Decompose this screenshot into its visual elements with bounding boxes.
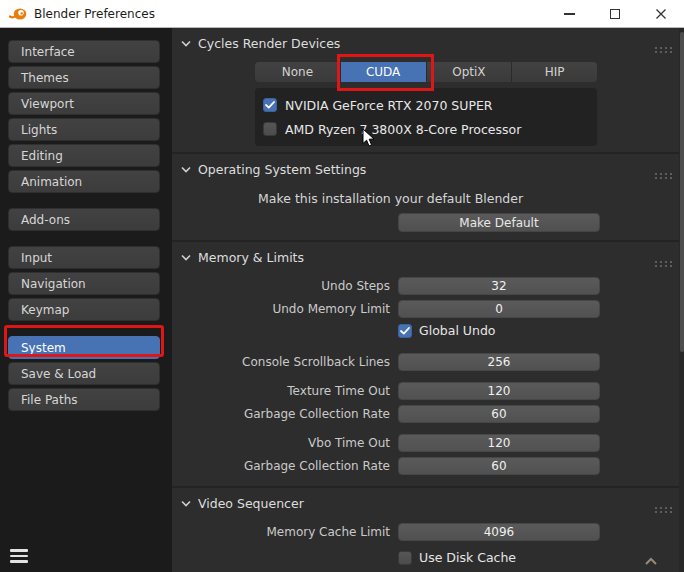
sidebar-item-themes[interactable]: Themes <box>8 66 160 89</box>
chevron-down-icon <box>181 40 191 47</box>
section-header[interactable]: Memory & Limits <box>181 250 304 265</box>
tab-none[interactable]: None <box>255 62 341 82</box>
sidebar-item-keymap[interactable]: Keymap <box>8 298 160 321</box>
tab-hip[interactable]: HIP <box>512 62 597 82</box>
sidebar-item-interface[interactable]: Interface <box>8 40 160 63</box>
tab-cuda[interactable]: CUDA <box>341 62 427 82</box>
sidebar-item-file-paths[interactable]: File Paths <box>8 388 160 411</box>
sidebar-item-animation[interactable]: Animation <box>8 170 160 193</box>
sidebar-item-navigation[interactable]: Navigation <box>8 272 160 295</box>
undo-memory-limit-field[interactable]: 0 <box>398 300 600 318</box>
vbo-timeout-field[interactable]: 120 <box>398 434 600 452</box>
checkbox-checked-icon[interactable] <box>263 98 277 112</box>
device-row-nvidia[interactable]: NVIDIA GeForce RTX 2070 SUPER <box>263 93 589 117</box>
section-cycles-render-devices: Cycles Render Devices None CUDA OptiX HI… <box>172 28 684 154</box>
section-title: Video Sequencer <box>198 496 304 511</box>
minimize-button[interactable] <box>546 0 592 28</box>
garbage-collection-rate-label: Garbage Collection Rate <box>172 407 390 421</box>
section-header[interactable]: Video Sequencer <box>181 496 304 511</box>
sidebar: Interface Themes Viewport Lights Editing… <box>0 28 172 572</box>
button-label: Make Default <box>459 216 538 230</box>
device-label: AMD Ryzen 7 3800X 8-Core Processor <box>285 122 521 137</box>
menu-icon[interactable] <box>10 549 28 563</box>
texture-timeout-field[interactable]: 120 <box>398 382 600 400</box>
undo-memory-limit-label: Undo Memory Limit <box>172 302 390 316</box>
tab-label: CUDA <box>366 65 400 79</box>
sidebar-item-label: Themes <box>21 71 69 85</box>
default-blender-description: Make this installation your default Blen… <box>258 191 523 206</box>
maximize-button[interactable] <box>592 0 638 28</box>
memory-cache-limit-field[interactable]: 4096 <box>398 523 600 541</box>
sidebar-item-save-load[interactable]: Save & Load <box>8 362 160 385</box>
window-title: Blender Preferences <box>34 7 155 21</box>
checkbox-checked-icon[interactable] <box>398 324 412 338</box>
vbo-timeout-label: Vbo Time Out <box>172 436 390 450</box>
grip-icon[interactable] <box>654 253 672 272</box>
close-icon <box>655 8 667 20</box>
garbage-collection-rate-2-field[interactable]: 60 <box>398 457 600 475</box>
console-scrollback-label: Console Scrollback Lines <box>172 355 390 369</box>
grip-icon[interactable] <box>654 39 672 58</box>
garbage-collection-rate-field[interactable]: 60 <box>398 405 600 423</box>
texture-timeout-label: Texture Time Out <box>172 384 390 398</box>
section-title: Operating System Settings <box>198 162 366 177</box>
sidebar-item-input[interactable]: Input <box>8 246 160 269</box>
sidebar-item-label: Animation <box>21 175 82 189</box>
blender-logo-icon <box>9 6 27 22</box>
scrollbar-thumb[interactable] <box>680 32 684 352</box>
global-undo-row[interactable]: Global Undo <box>398 323 496 338</box>
sidebar-item-addons[interactable]: Add-ons <box>8 208 160 231</box>
memory-cache-limit-label: Memory Cache Limit <box>172 525 390 539</box>
scrollbar[interactable] <box>679 28 684 572</box>
sidebar-item-system[interactable]: System <box>8 336 160 359</box>
sidebar-item-label: Interface <box>21 45 75 59</box>
tab-optix[interactable]: OptiX <box>427 62 513 82</box>
sidebar-item-label: Add-ons <box>21 213 70 227</box>
maximize-icon <box>610 9 620 19</box>
checkbox-unchecked-icon[interactable] <box>398 551 412 565</box>
undo-steps-label: Undo Steps <box>172 279 390 293</box>
garbage-collection-rate-2-label: Garbage Collection Rate <box>172 459 390 473</box>
sidebar-item-label: Viewport <box>21 97 74 111</box>
render-device-tabs: None CUDA OptiX HIP <box>255 62 597 82</box>
device-row-amd[interactable]: AMD Ryzen 7 3800X 8-Core Processor <box>263 117 589 141</box>
use-disk-cache-row[interactable]: Use Disk Cache <box>398 550 516 565</box>
sidebar-item-lights[interactable]: Lights <box>8 118 160 141</box>
sidebar-item-label: Save & Load <box>21 367 96 381</box>
preferences-content: Cycles Render Devices None CUDA OptiX HI… <box>172 28 684 572</box>
sidebar-item-label: Keymap <box>21 303 69 317</box>
chevron-down-icon <box>181 500 191 507</box>
sidebar-item-label: System <box>21 341 66 355</box>
grip-icon[interactable] <box>654 165 672 184</box>
sidebar-item-label: Editing <box>21 149 63 163</box>
sidebar-item-label: File Paths <box>21 393 78 407</box>
sidebar-group-divider <box>0 324 172 336</box>
console-scrollback-field[interactable]: 256 <box>398 353 600 371</box>
blender-preferences-window: Blender Preferences Interface Themes Vie… <box>0 0 684 572</box>
tab-label: None <box>282 65 313 79</box>
field-value: 32 <box>491 279 506 293</box>
field-value: 0 <box>495 302 503 316</box>
grip-icon[interactable] <box>654 499 672 518</box>
scroll-up-indicator-icon[interactable] <box>644 551 658 570</box>
section-header[interactable]: Cycles Render Devices <box>181 36 340 51</box>
sidebar-group-divider <box>0 234 172 246</box>
checkbox-unchecked-icon[interactable] <box>263 122 277 136</box>
sidebar-item-viewport[interactable]: Viewport <box>8 92 160 115</box>
sidebar-item-editing[interactable]: Editing <box>8 144 160 167</box>
close-button[interactable] <box>638 0 684 28</box>
minimize-icon <box>564 13 575 14</box>
titlebar: Blender Preferences <box>0 0 684 28</box>
chevron-down-icon <box>181 254 191 261</box>
section-title: Memory & Limits <box>198 250 304 265</box>
tab-label: OptiX <box>452 65 485 79</box>
undo-steps-field[interactable]: 32 <box>398 277 600 295</box>
device-label: NVIDIA GeForce RTX 2070 SUPER <box>285 98 493 113</box>
make-default-button[interactable]: Make Default <box>398 213 600 232</box>
sidebar-item-label: Input <box>21 251 52 265</box>
section-memory-limits: Memory & Limits Undo Steps 32 Undo Memor… <box>172 242 684 488</box>
global-undo-label: Global Undo <box>419 323 496 338</box>
field-value: 120 <box>488 436 511 450</box>
device-list: NVIDIA GeForce RTX 2070 SUPER AMD Ryzen … <box>255 88 597 146</box>
section-header[interactable]: Operating System Settings <box>181 162 366 177</box>
